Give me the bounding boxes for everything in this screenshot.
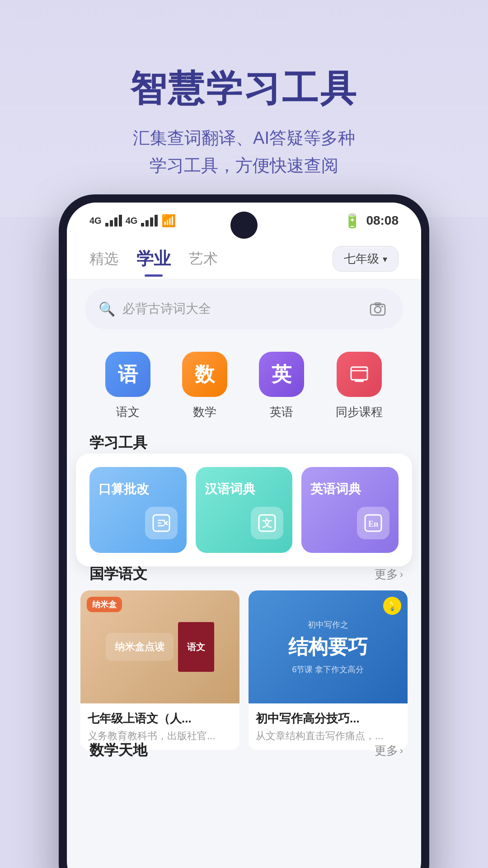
tool-kousuan-title: 口算批改 (99, 481, 149, 498)
shuxue-label: 数学 (193, 404, 216, 420)
phone-screen: 4G 4G 📶 🔋 08:08 精选 学业 (67, 203, 421, 868)
book-card-writing-img: 💡 初中写作之 结构要巧 6节课 拿下作文高分 (249, 590, 408, 703)
shuxue-icon: 数 (182, 352, 227, 397)
guoxue-more-link[interactable]: 更多 › (375, 566, 403, 582)
svg-text:En: En (368, 519, 378, 528)
search-bar[interactable]: 🔍 必背古诗词大全 (85, 288, 403, 329)
book-subtitle-writing: 从文章结构直击写作痛点，... (256, 729, 400, 743)
tool-yingyu-icon: En (357, 507, 389, 539)
grade-label: 七年级 (344, 251, 379, 267)
shuxue-more-label: 更多 (375, 743, 398, 759)
grade-selector[interactable]: 七年级 ▾ (333, 246, 399, 272)
guoxue-more-label: 更多 (375, 566, 398, 582)
book-cover: 语文 (178, 622, 214, 672)
phone-mockup: 4G 4G 📶 🔋 08:08 精选 学业 (59, 194, 429, 868)
svg-point-13 (375, 307, 381, 313)
category-yingyu[interactable]: 英 英语 (259, 352, 304, 420)
hero-subtitle-line1: 汇集查词翻译、AI答疑等多种 (133, 128, 355, 147)
book-card-writing[interactable]: 💡 初中写作之 结构要巧 6节课 拿下作文高分 初中写作高分技巧... 从文章结… (249, 590, 408, 750)
status-left: 4G 4G 📶 (89, 214, 176, 228)
hero-subtitle: 汇集查词翻译、AI答疑等多种 学习工具，方便快速查阅 (133, 124, 355, 179)
kecheng-icon (337, 352, 382, 397)
signal-4g-1: 4G (89, 216, 102, 226)
category-kecheng[interactable]: 同步课程 (336, 352, 383, 420)
hero-subtitle-line2: 学习工具，方便快速查阅 (150, 156, 338, 175)
tool-yingyu-title: 英语词典 (310, 481, 361, 498)
book-title-writing: 初中写作高分技巧... (256, 711, 400, 726)
clock-time: 08:08 (366, 213, 399, 228)
tool-hanyu-title: 汉语词典 (205, 481, 255, 498)
tab-xueye[interactable]: 学业 (136, 243, 171, 275)
tool-kousuan-icon (145, 507, 178, 539)
writing-tag: 初中写作之 (288, 619, 368, 630)
svg-text:文: 文 (262, 518, 272, 529)
tools-section-title: 学习工具 (89, 433, 147, 453)
nav-tabs: 精选 学业 艺术 七年级 ▾ (67, 239, 421, 279)
writing-sub: 6节课 拿下作文高分 (288, 664, 368, 675)
chevron-down-icon: ▾ (383, 254, 387, 264)
signal-bars-2 (141, 215, 158, 226)
book-cards-row: 纳米盒 纳米盒点读 语文 七年级上语文（人... 义务教育教科书，出版社官... (80, 590, 408, 750)
search-icon: 🔍 (99, 301, 115, 317)
kecheng-label: 同步课程 (336, 404, 383, 420)
book-title-yuwen: 七年级上语文（人... (88, 711, 232, 726)
svg-rect-18 (355, 380, 364, 382)
tab-jingxuan[interactable]: 精选 (89, 245, 118, 274)
tip-icon: 💡 (383, 597, 401, 615)
hero-section: 智慧学习工具 汇集查词翻译、AI答疑等多种 学习工具，方便快速查阅 (0, 0, 488, 217)
wifi-icon: 📶 (161, 214, 176, 228)
battery-icon: 🔋 (344, 213, 361, 229)
category-shuxue[interactable]: 数 数学 (182, 352, 227, 420)
guoxue-section-title: 国学语文 (89, 564, 147, 584)
phone-frame: 4G 4G 📶 🔋 08:08 精选 学业 (59, 194, 429, 868)
search-placeholder: 必背古诗词大全 (122, 300, 359, 317)
tool-card-yingyu[interactable]: 英语词典 En (301, 467, 399, 553)
yingyu-label: 英语 (270, 404, 293, 420)
signal-4g-2: 4G (126, 216, 138, 226)
book-card-yuwen-img: 纳米盒 纳米盒点读 语文 (80, 590, 239, 703)
yuwen-icon: 语 (105, 352, 150, 397)
svg-rect-16 (351, 367, 367, 380)
chevron-right-icon: › (400, 569, 403, 580)
category-yuwen[interactable]: 语 语文 (105, 352, 150, 420)
categories-row: 语 语文 数 数学 英 英语 (67, 343, 421, 429)
svg-point-15 (381, 306, 383, 307)
hero-title: 智慧学习工具 (130, 65, 358, 113)
yuwen-label: 语文 (116, 404, 140, 420)
tool-card-kousuan[interactable]: 口算批改 (89, 467, 187, 553)
yingyu-icon: 英 (259, 352, 304, 397)
shuxue-section-title: 数学天地 (89, 741, 147, 760)
writing-title-big: 结构要巧 (288, 634, 368, 660)
tools-panel: 口算批改 汉语词典 (76, 453, 412, 566)
nanmi-badge: 纳米盒 (87, 597, 122, 612)
signal-bars-1 (105, 215, 122, 226)
writing-card-content: 初中写作之 结构要巧 6节课 拿下作文高分 (279, 610, 377, 684)
book-card-yuwen[interactable]: 纳米盒 纳米盒点读 语文 七年级上语文（人... 义务教育教科书，出版社官... (80, 590, 239, 750)
chevron-right-icon-2: › (400, 745, 403, 757)
phone-notch (230, 212, 258, 239)
tool-card-hanyu[interactable]: 汉语词典 文 (196, 467, 293, 553)
tool-hanyu-icon: 文 (251, 507, 283, 539)
tab-yishu[interactable]: 艺术 (189, 245, 218, 274)
camera-icon[interactable] (366, 297, 389, 321)
status-right: 🔋 08:08 (344, 213, 399, 229)
shuxue-more-link[interactable]: 更多 › (375, 743, 403, 759)
